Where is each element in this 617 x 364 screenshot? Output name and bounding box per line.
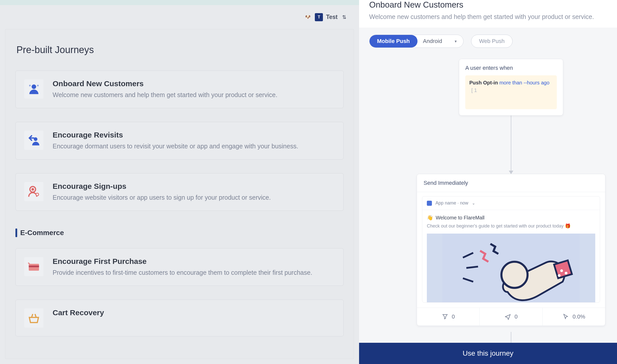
chevron-down-icon: ⌄ — [472, 201, 475, 206]
flow-connector — [511, 112, 511, 171]
stat-entered: 0 — [417, 308, 479, 326]
drawer-header: Onboard New Customers Welcome new custom… — [359, 0, 617, 28]
entry-heading: A user enters when — [465, 65, 557, 71]
journey-card-revisits[interactable]: Encourage Revisits Encourage dormant use… — [15, 122, 344, 160]
journey-title: Cart Recovery — [53, 308, 104, 317]
page-title: Pre-built Journeys — [16, 44, 344, 55]
section-ecommerce: E-Commerce — [15, 229, 344, 237]
preview-app-row[interactable]: App name · now ⌄ — [422, 196, 600, 210]
journey-card-cart-recovery[interactable]: Cart Recovery — [15, 300, 344, 336]
svg-rect-8 — [29, 266, 39, 267]
funnel-icon — [442, 313, 448, 320]
preview-msg-title-text: Welcome to FlareMall — [436, 215, 484, 221]
chevron-down-icon: ▾ — [455, 39, 457, 44]
preview-app-name: App name · now — [435, 200, 468, 206]
svg-point-3 — [34, 137, 37, 141]
content-card: Pre-built Journeys Onboard New Customers… — [5, 29, 354, 359]
svg-point-2 — [37, 85, 39, 86]
journey-card-first-purchase[interactable]: Encourage First Purchase Provide incenti… — [15, 248, 344, 286]
app-root: 🐶 T Test ⇅ Pre-built Journeys Onboard Ne… — [0, 0, 617, 364]
svg-point-12 — [565, 272, 567, 275]
stat-delivered-value: 0 — [515, 313, 518, 320]
cursor-icon — [562, 313, 569, 320]
send-stats: 0 0 0.0% — [417, 308, 605, 326]
return-user-icon — [24, 131, 43, 150]
basket-icon — [24, 308, 43, 328]
journey-title: Onboard New Customers — [53, 79, 277, 88]
svg-point-0 — [32, 84, 36, 89]
journey-desc: Welcome new customers and help them get … — [53, 90, 277, 99]
os-select-value: Android — [423, 38, 442, 44]
journey-desc: Encourage website visitors or app users … — [53, 193, 271, 202]
stat-delivered: 0 — [479, 308, 542, 326]
stat-ctr-value: 0.0% — [572, 313, 585, 320]
journey-title: Encourage Revisits — [53, 131, 298, 139]
account-bar: 🐶 T Test ⇅ — [5, 5, 354, 29]
wave-icon: 👋 — [427, 215, 433, 221]
send-icon — [504, 313, 511, 320]
os-select[interactable]: Android ▾ — [417, 35, 464, 48]
stat-ctr: 0.0% — [542, 308, 605, 326]
drawer-title: Onboard New Customers — [369, 0, 607, 10]
flow-entry-node[interactable]: A user enters when Push Opt-in more than… — [459, 59, 563, 116]
entry-condition-link[interactable]: more than --hours ago — [499, 80, 549, 85]
svg-point-11 — [560, 269, 563, 272]
svg-point-5 — [31, 188, 34, 191]
journey-card-onboard[interactable]: Onboard New Customers Welcome new custom… — [15, 71, 344, 108]
account-switcher-icon[interactable]: ⇅ — [342, 14, 346, 20]
preview-msg-title: 👋 Welcome to FlareMall — [427, 215, 595, 221]
svg-point-10 — [501, 262, 527, 288]
app-icon — [427, 201, 432, 206]
org-avatar-icon: 🐶 — [304, 13, 312, 21]
section-bar-icon — [15, 229, 17, 237]
svg-point-1 — [29, 85, 31, 86]
journeys-list-panel: 🐶 T Test ⇅ Pre-built Journeys Onboard Ne… — [0, 0, 359, 364]
push-preview: App name · now ⌄ 👋 Welcome to FlareMall … — [422, 196, 600, 303]
entry-condition-tail: [ 1 — [471, 87, 477, 93]
svg-point-13 — [558, 274, 561, 277]
user-icon — [24, 79, 43, 99]
journey-flow-canvas: A user enters when Push Opt-in more than… — [369, 59, 607, 364]
journey-title: Encourage First Purchase — [53, 257, 312, 266]
top-strip — [0, 0, 359, 5]
arrow-down-icon — [509, 171, 513, 174]
flow-send-node[interactable]: Send Immediately App name · now ⌄ 👋 — [417, 174, 605, 326]
use-journey-button[interactable]: Use this journey — [359, 343, 617, 364]
journey-card-signups[interactable]: Encourage Sign-ups Encourage website vis… — [15, 173, 344, 211]
card-icon — [24, 257, 43, 276]
tab-web-push[interactable]: Web Push — [471, 35, 512, 48]
channel-tabs: Mobile Push Android ▾ Web Push — [369, 35, 607, 48]
preview-hero-image — [427, 234, 595, 302]
add-user-icon — [24, 182, 43, 201]
section-label: E-Commerce — [20, 229, 64, 237]
journey-title: Encourage Sign-ups — [53, 182, 271, 191]
journey-desc: Encourage dormant users to revisit your … — [53, 142, 298, 151]
journey-desc: Provide incentives to first-time custome… — [53, 268, 312, 277]
journey-preview-drawer: Onboard New Customers Welcome new custom… — [359, 0, 617, 364]
preview-msg-body: Check out our beginner's guide to get st… — [427, 223, 595, 230]
drawer-body: Mobile Push Android ▾ Web Push A user en… — [359, 28, 617, 364]
entry-condition-field: Push Opt-in — [469, 80, 498, 85]
send-heading: Send Immediately — [417, 174, 605, 192]
account-name[interactable]: Test — [326, 14, 338, 20]
user-avatar[interactable]: T — [315, 13, 323, 21]
stat-entered-value: 0 — [452, 313, 455, 320]
mobile-push-segment: Mobile Push Android ▾ — [369, 35, 464, 48]
tab-mobile-push[interactable]: Mobile Push — [369, 35, 417, 48]
entry-condition[interactable]: Push Opt-in more than --hours ago [ 1 — [465, 75, 557, 109]
drawer-subtitle: Welcome new customers and help them get … — [369, 13, 607, 20]
